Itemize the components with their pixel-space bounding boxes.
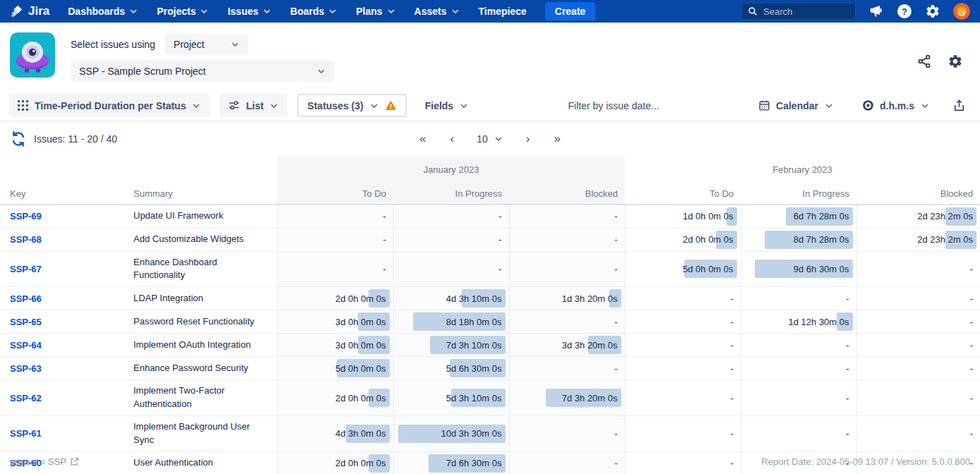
nav-menu-label: Assets [414,6,447,17]
issue-key-link[interactable]: SSP-64 [10,340,42,351]
user-avatar[interactable] [953,3,970,20]
issue-key-cell: SSP-62 [0,380,131,416]
issue-key-link[interactable]: SSP-66 [10,293,42,304]
table-row: SSP-63Enhance Password Security5d 0h 0m … [0,357,980,380]
export-button[interactable] [950,94,969,117]
issue-summary-cell: Implement OAuth Integration [131,334,277,357]
col-header-summary: Summary [131,183,277,205]
duration-cell: - [856,310,980,334]
duration-cell: - [856,334,980,357]
help-button[interactable]: ? [897,4,912,19]
duration-cell: - [277,228,393,251]
duration-cell: 3d 3h 20m 0s [509,334,625,357]
nav-menu-timepiece[interactable]: Timepiece [479,6,527,17]
issue-key-link[interactable]: SSP-63 [10,363,42,374]
issue-key-link[interactable]: SSP-68 [10,234,42,245]
duration-cell: - [741,415,856,451]
duration-cell: 7d 3h 20m 0s [509,380,625,416]
top-navbar: Jira DashboardsProjectsIssuesBoardsPlans… [0,0,980,23]
duration-cell: - [625,357,741,380]
nav-menu-label: Boards [290,6,324,17]
ufo-icon [10,32,55,78]
col-header-jan-inprogress: In Progress [393,183,509,205]
duration-table: January 2023 February 2023 Key Summary T… [0,157,980,474]
col-header-feb-inprogress: In Progress [741,183,856,205]
col-header-jan-blocked: Blocked [509,183,625,205]
project-select[interactable]: SSP - Sample Scrum Project [71,60,335,82]
nav-menu-label: Issues [227,6,258,17]
duration-cell: - [509,357,625,380]
calendar-value: Calendar [776,100,818,111]
brand-text: Jira [28,4,49,18]
first-page-button[interactable]: « [418,132,427,146]
group-header-february: February 2023 [625,157,980,183]
refresh-button[interactable] [10,130,27,147]
issue-date-filter[interactable]: Filter by issue date... [568,100,659,111]
nav-settings-button[interactable] [925,4,940,19]
statuses-select[interactable]: Statuses (3) [297,94,406,117]
duration-cell: - [856,251,980,287]
nav-menu-dashboards[interactable]: Dashboards [68,6,138,17]
search-input[interactable] [763,6,841,17]
prev-page-button[interactable]: ‹ [449,132,456,146]
issue-summary-cell: Add Customizable Widgets [131,228,277,251]
issue-key-cell: SSP-67 [0,251,131,287]
report-type-select[interactable]: Time-Period Duration per Status [8,94,210,117]
grid-icon [17,99,29,111]
calendar-select[interactable]: Calendar [750,94,842,117]
create-button[interactable]: Create [545,2,596,20]
issue-key-link[interactable]: SSP-65 [10,317,42,327]
nav-menu-projects[interactable]: Projects [157,6,209,17]
refresh-icon [10,130,27,147]
report-info: Report Date: 2024-05-09 13:07 / Version:… [761,456,970,467]
last-page-button[interactable]: » [552,132,561,146]
report-footer: project = SSP Report Date: 2024-05-09 13… [0,449,980,474]
fields-select[interactable]: Fields [417,94,477,117]
col-header-key: Key [0,183,131,205]
duration-cell: - [509,228,625,251]
global-search[interactable] [741,3,856,20]
duration-cell: 2d 0h 0m 0s [277,380,393,416]
nav-menu-boards[interactable]: Boards [290,6,337,17]
view-select[interactable]: List [220,94,287,117]
duration-cell: - [393,205,509,228]
page-size-value: 10 [477,133,488,145]
duration-cell: - [625,415,741,451]
duration-format-value: d.h.m.s [880,100,914,111]
issue-summary-cell: LDAP Integration [131,287,277,310]
duration-cell: - [625,287,741,310]
next-page-button[interactable]: › [525,132,532,146]
column-header-row: Key Summary To Do In Progress Blocked To… [0,183,980,205]
page-size-select[interactable]: 10 [477,133,503,145]
issue-key-cell: SSP-69 [0,205,131,228]
duration-format-select[interactable]: d.h.m.s [854,94,938,117]
issues-range-label: Issues: 11 - 20 / 40 [34,133,117,145]
issue-key-link[interactable]: SSP-61 [10,428,42,439]
issue-source-select[interactable]: Project [165,34,249,54]
duration-cell: - [509,251,625,287]
jql-filter-link[interactable]: project = SSP [10,456,79,467]
issue-key-link[interactable]: SSP-67 [10,264,42,274]
jira-logo[interactable]: Jira [10,4,49,18]
duration-cell: 5d 3h 10m 0s [393,380,509,416]
report-settings-gear-icon[interactable] [948,54,963,69]
chevron-down-icon [191,101,201,111]
pagination-controls: « ‹ 10 › » [418,132,562,146]
duration-cell: - [856,357,980,380]
nav-menu-assets[interactable]: Assets [414,6,460,17]
search-icon [748,6,758,16]
col-header-feb-blocked: Blocked [856,183,980,205]
nav-menu-plans[interactable]: Plans [356,6,395,17]
issue-source-value: Project [174,39,205,50]
duration-cell: - [856,287,980,310]
announcements-button[interactable] [868,4,884,19]
table-row: SSP-67Enhance Dashboard Functionality---… [0,251,980,287]
duration-cell: 5d 0h 0m 0s [625,251,741,287]
col-header-feb-todo: To Do [625,183,741,205]
share-icon[interactable] [916,54,932,69]
duration-cell: - [741,357,856,380]
issue-key-cell: SSP-64 [0,334,131,357]
issue-key-link[interactable]: SSP-69 [10,211,42,221]
issue-key-link[interactable]: SSP-62 [10,393,42,403]
nav-menu-issues[interactable]: Issues [227,6,272,17]
